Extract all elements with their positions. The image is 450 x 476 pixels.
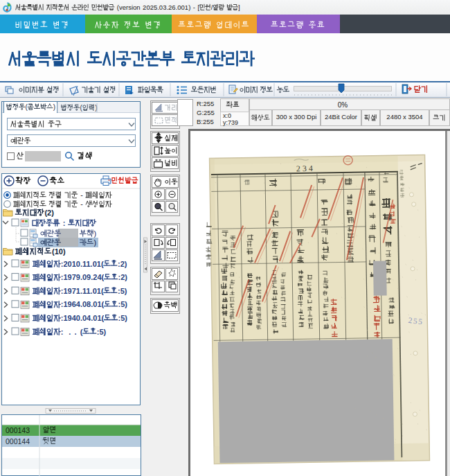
svg-text:/: / xyxy=(211,3,213,11)
svg-text:000143: 000143 xyxy=(6,426,30,434)
svg-text:(2): (2) xyxy=(44,209,54,217)
svg-text:B:255: B:255 xyxy=(197,118,214,125)
svg-text:.: . xyxy=(75,328,77,336)
svg-text::1964.08.01(: :1964.08.01( xyxy=(61,300,105,308)
svg-text::2): :2) xyxy=(118,260,127,268)
svg-text:2480 x 3504: 2480 x 3504 xyxy=(386,113,422,121)
svg-text:[: [ xyxy=(197,3,199,11)
svg-text::5): :5) xyxy=(118,287,127,295)
svg-text:y:739: y:739 xyxy=(223,119,238,126)
svg-text:(: ( xyxy=(80,328,83,336)
svg-text::: : xyxy=(61,328,64,336)
svg-text:(10): (10) xyxy=(52,247,66,256)
svg-text:-: - xyxy=(193,3,195,11)
svg-text:300 x 300 Dpi: 300 x 300 Dpi xyxy=(276,113,317,121)
svg-text:): ) xyxy=(53,103,55,111)
svg-text:24Bit Color: 24Bit Color xyxy=(325,113,357,121)
svg-text:R:255: R:255 xyxy=(197,100,214,107)
svg-text:(version: (version xyxy=(117,3,141,11)
svg-text:.: . xyxy=(69,328,71,336)
svg-text::: : xyxy=(63,219,66,227)
svg-text::1940.04.01(: :1940.04.01( xyxy=(61,314,105,322)
svg-text:G:255: G:255 xyxy=(197,109,215,116)
svg-text:234: 234 xyxy=(296,164,315,174)
svg-text::1971.11.01(: :1971.11.01( xyxy=(61,287,104,295)
svg-text:-: - xyxy=(80,191,83,199)
svg-text::2010.11.01(: :2010.11.01( xyxy=(61,260,104,268)
svg-text:]: ] xyxy=(238,3,240,11)
svg-text::5): :5) xyxy=(118,300,128,308)
svg-text:): ) xyxy=(93,238,96,247)
svg-text:2025.03.26.001): 2025.03.26.001) xyxy=(143,3,190,11)
svg-text::5): :5) xyxy=(118,314,128,322)
svg-text:000144: 000144 xyxy=(6,437,30,446)
svg-text::5): :5) xyxy=(97,328,107,336)
svg-text:0%: 0% xyxy=(338,101,348,109)
svg-text:(: ( xyxy=(80,104,83,112)
svg-text::1979.09.24(: :1979.09.24( xyxy=(61,273,105,281)
svg-text::2): :2) xyxy=(118,273,128,281)
svg-text:): ) xyxy=(93,229,96,238)
svg-text:-: - xyxy=(80,200,83,208)
svg-text:x:0: x:0 xyxy=(223,112,231,119)
